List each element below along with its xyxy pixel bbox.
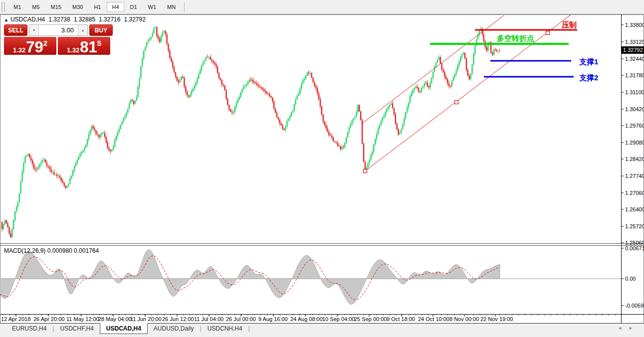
chart-tab-eurusd-h4[interactable]: EURUSD,H4 [6, 324, 52, 334]
time-axis-label: 11 Jul 04:00 [194, 316, 223, 322]
timeframe-button-h4[interactable]: H4 [107, 2, 124, 12]
chart-ohlc-header: ▲USDCAD,H41.327381.328851.327161.32792 [4, 16, 146, 23]
support1-line-label[interactable]: 支撑1 [579, 57, 598, 66]
buy-price-big-digits: 81 [80, 41, 97, 53]
high-value: 1.32885 [74, 16, 95, 23]
price-axis-label: 1.25720 [625, 223, 644, 229]
close-value: 1.32792 [124, 16, 145, 23]
price-axis-label: 1.30420 [625, 106, 644, 112]
time-axis-label: 26 Jun 12:00 [162, 316, 194, 322]
sell-price-display[interactable]: 1.32 79 2 [4, 37, 56, 55]
price-axis-label: 1.32440 [625, 56, 644, 62]
toolbar-grip-handle[interactable] [1, 2, 5, 11]
price-axis-label: 1.27060 [625, 190, 644, 196]
collapse-panel-icon[interactable]: ▲ [4, 17, 8, 22]
time-axis-label: 10 Sep 04:00 [322, 316, 355, 322]
trendline-handle[interactable] [364, 169, 367, 173]
time-axis-label: 26 Apr 20:00 [33, 316, 64, 322]
price-axis-label: 1.33800 [625, 22, 644, 28]
trendline-handle[interactable] [455, 101, 458, 104]
time-axis-label: 8 Nov 00:00 [449, 316, 479, 322]
buy-price-pip: 5 [97, 39, 101, 47]
toolbar-separator [184, 2, 185, 12]
time-axis-label: 25 Sep 00:00 [354, 316, 387, 322]
resistance-line-label[interactable]: 压制 [561, 20, 577, 29]
buy-price-display[interactable]: 1.32 81 5 [58, 37, 110, 55]
timeframe-button-m5[interactable]: M5 [27, 2, 44, 12]
one-click-trading-panel: SELL ▼ 3.00 ▲ BUY 1.32 79 2 1.32 81 5 [4, 24, 113, 55]
price-axis-label: 1.31100 [625, 89, 644, 95]
chart-tab-usdcnh-h4[interactable]: USDCNH,H4 [202, 324, 248, 334]
price-axis-label: 1.26400 [625, 206, 644, 212]
sell-price-big-digits: 79 [26, 41, 43, 53]
time-axis-label: 12 Apr 2018 [1, 316, 30, 322]
timeframe-button-m1[interactable]: M1 [8, 2, 26, 12]
volume-stepper: ▼ 3.00 ▲ [29, 24, 88, 36]
chart-tab-usdchf-h4[interactable]: USDCHF,H4 [54, 324, 99, 334]
timeframe-button-d1[interactable]: D1 [125, 2, 142, 12]
price-axis-label: 1.31780 [625, 72, 644, 78]
volume-input[interactable]: 3.00 [39, 25, 78, 35]
trendline-handle[interactable] [546, 31, 550, 35]
time-axis-label: 22 Nov 19:00 [480, 316, 513, 322]
chart-tab-bar: EURUSD,H4|USDCHF,H4USDCAD,H4AUDUSD,Daily… [0, 323, 644, 337]
time-axis-label: 28 May 04:00 [98, 316, 132, 322]
timeframe-button-mn[interactable]: MN [162, 2, 181, 12]
time-axis-label: 24 Oct 10:00 [418, 316, 449, 322]
timeframe-button-m15[interactable]: M15 [46, 2, 66, 12]
price-axis-label: 1.29080 [625, 140, 644, 146]
trading-platform-window: M1M5M15M30H1H4D1W1MN 压制多空转折点支撑1支撑21.3380… [0, 0, 644, 337]
sell-price-pip: 2 [43, 39, 47, 47]
tab-separator: | [248, 324, 250, 334]
low-value: 1.32716 [99, 16, 120, 23]
timeframe-toolbar: M1M5M15M30H1H4D1W1MN [0, 0, 644, 14]
time-axis-label: 9 Oct 18:00 [387, 316, 415, 322]
triangle-up-icon: ▲ [81, 28, 85, 32]
current-price-label: 1.32792 [623, 47, 643, 53]
pivot-line-label[interactable]: 多空转折点 [497, 34, 534, 43]
buy-button[interactable]: BUY [89, 24, 113, 36]
time-axis-label: 11 Jun 20:00 [130, 316, 162, 322]
time-axis-label: 11 May 12:00 [66, 316, 99, 322]
price-axis-label: 1.28420 [625, 156, 644, 162]
time-axis-label: 9 Aug 16:00 [258, 316, 288, 322]
tab-scroll-right-icon[interactable]: ► [629, 326, 633, 331]
open-value: 1.32738 [48, 16, 70, 23]
chart-tab-audusd-daily[interactable]: AUDUSD,Daily [148, 324, 200, 334]
time-axis-label: 26 Jul 00:00 [226, 316, 256, 322]
macd-indicator-label: MACD(12,26,9) 0.000980 0.001764 [4, 247, 99, 254]
sell-price-prefix: 1.32 [13, 47, 25, 53]
timeframe-button-w1[interactable]: W1 [143, 2, 162, 12]
volume-increase-button[interactable]: ▲ [78, 25, 87, 35]
macd-axis-label: 0.006718 [625, 245, 644, 251]
time-axis-label: 24 Aug 08:00 [290, 316, 323, 322]
timeframe-button-m30[interactable]: M30 [67, 2, 88, 12]
sell-button[interactable]: SELL [4, 24, 27, 36]
price-axis-label: 1.29760 [625, 123, 644, 129]
chart-tab-usdcad-h4[interactable]: USDCAD,H4 [100, 323, 148, 334]
support2-line-label[interactable]: 支撑2 [579, 73, 598, 82]
triangle-down-icon: ▼ [32, 28, 36, 32]
symbol-period-label: USDCAD,H4 [10, 16, 45, 23]
macd-axis-label: 0.00 [625, 276, 636, 282]
timeframe-button-h1[interactable]: H1 [89, 2, 106, 12]
price-axis-label: 1.33120 [625, 39, 644, 45]
tab-scroll-left-icon[interactable]: ◄ [618, 326, 622, 331]
macd-axis-label: -0.005925 [625, 303, 644, 309]
price-axis-label: 1.27740 [625, 173, 644, 179]
volume-decrease-button[interactable]: ▼ [29, 25, 39, 35]
buy-price-prefix: 1.32 [67, 47, 79, 53]
